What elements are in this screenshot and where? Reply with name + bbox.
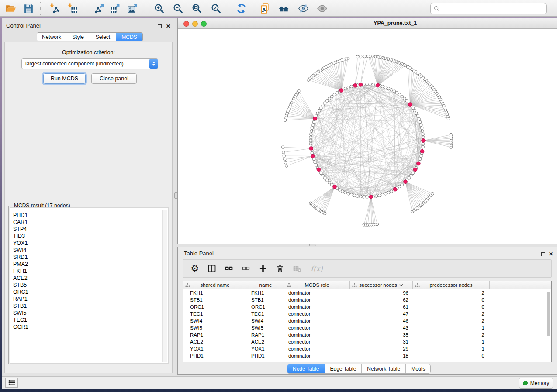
delete-column-button[interactable] xyxy=(275,264,285,273)
table-scrollbar[interactable] xyxy=(546,290,551,361)
table-header-row: shared name name MCDS role successor nod… xyxy=(183,281,551,289)
task-history-button[interactable] xyxy=(5,378,18,388)
table-scrollbar-thumb[interactable] xyxy=(547,292,550,336)
create-column-button[interactable] xyxy=(258,264,268,273)
tab-network[interactable]: Network xyxy=(37,33,66,41)
mcds-result-item[interactable]: RAP1 xyxy=(13,296,168,303)
export-table-button[interactable] xyxy=(109,2,121,14)
open-folder-icon xyxy=(5,3,16,14)
save-session-button[interactable] xyxy=(22,2,35,14)
network-window-titlebar[interactable]: YPA_prune.txt_1 xyxy=(178,18,557,29)
table-row[interactable]: PHD1PHD1dominator180 xyxy=(183,352,551,359)
table-panel-close-button[interactable]: ✕ xyxy=(549,250,553,258)
mcds-result-item[interactable]: CAR1 xyxy=(13,219,168,226)
column-header-successor-nodes[interactable]: successor nodes xyxy=(350,281,413,289)
import-network-button[interactable] xyxy=(48,2,61,14)
open-session-button[interactable] xyxy=(4,2,17,14)
table-cell: 96 xyxy=(350,290,413,296)
tab-motifs[interactable]: Motifs xyxy=(406,364,430,373)
vertical-splitter-grip[interactable] xyxy=(174,192,177,199)
mcds-result-item[interactable]: STP4 xyxy=(13,226,168,233)
close-panel-button[interactable]: Close panel xyxy=(91,73,137,84)
mcds-result-item[interactable]: SWI4 xyxy=(13,247,168,254)
mcds-result-item[interactable]: FKH1 xyxy=(13,268,168,275)
minimize-traffic-light[interactable] xyxy=(192,21,198,27)
show-eye-icon xyxy=(317,3,328,14)
mcds-list-scrollbar[interactable] xyxy=(162,210,167,362)
tab-node-table[interactable]: Node Table xyxy=(287,364,325,373)
mcds-result-item[interactable]: PMA2 xyxy=(13,261,168,268)
table-row[interactable]: ACE2ACE2connector311 xyxy=(183,338,551,345)
export-image-button[interactable] xyxy=(126,2,138,14)
column-header-filler xyxy=(490,281,551,289)
tab-network-table[interactable]: Network Table xyxy=(362,364,406,373)
deselect-all-button[interactable] xyxy=(241,264,251,273)
zoom-selected-button[interactable] xyxy=(210,2,222,14)
table-cell: 2 xyxy=(413,311,490,316)
show-columns-button[interactable] xyxy=(207,264,217,273)
mcds-result-item[interactable]: SWI5 xyxy=(13,309,168,316)
save-floppy-icon xyxy=(23,3,34,14)
table-cell: PHD1 xyxy=(247,353,284,358)
export-image-icon xyxy=(127,3,138,14)
mcds-result-item[interactable]: STB1 xyxy=(13,303,168,309)
mcds-result-item[interactable]: TID3 xyxy=(13,233,168,240)
column-header-predecessor-nodes[interactable]: predecessor nodes xyxy=(413,281,490,289)
hide-selected-button[interactable] xyxy=(297,2,309,14)
mcds-result-item[interactable]: SRD1 xyxy=(13,254,168,261)
mcds-result-item[interactable]: STB5 xyxy=(13,282,168,289)
tab-select[interactable]: Select xyxy=(90,33,116,41)
tab-style[interactable]: Style xyxy=(66,33,90,41)
column-header-name[interactable]: name xyxy=(247,281,284,289)
mcds-result-item[interactable]: ORC1 xyxy=(13,289,168,296)
zoom-out-button[interactable] xyxy=(172,2,184,14)
table-row[interactable]: FKH1FKH1dominator962 xyxy=(183,289,551,296)
gear-icon: ⚙ xyxy=(191,264,199,273)
mcds-result-item[interactable]: TEC1 xyxy=(13,316,168,323)
table-settings-button[interactable]: ⚙ xyxy=(190,264,200,273)
import-table-button[interactable] xyxy=(66,2,79,14)
mcds-result-item[interactable]: ACE2 xyxy=(13,275,168,282)
table-cell: FKH1 xyxy=(183,290,247,296)
first-neighbors-button[interactable] xyxy=(277,2,290,14)
table-row[interactable]: TEC1TEC1connector472 xyxy=(183,310,551,317)
network-canvas[interactable] xyxy=(178,29,557,244)
function-builder-button-disabled[interactable]: f(x) xyxy=(309,264,324,273)
table-row[interactable]: SWI4SWI4dominator462 xyxy=(183,317,551,324)
column-label: predecessor nodes xyxy=(430,282,473,288)
tab-mcds[interactable]: MCDS xyxy=(116,33,142,41)
optimization-criterion-select[interactable]: largest connected component (undirected) xyxy=(21,58,158,69)
close-traffic-light[interactable] xyxy=(183,21,189,27)
select-all-button[interactable] xyxy=(224,264,234,273)
table-row[interactable]: YOX1YOX1connector291 xyxy=(183,345,551,352)
table-panel-float-button[interactable] xyxy=(541,250,545,258)
table-row[interactable]: ORC1ORC1dominator610 xyxy=(183,303,551,310)
node-table: shared name name MCDS role successor nod… xyxy=(183,281,552,362)
horizontal-splitter-grip[interactable] xyxy=(309,244,316,246)
search-input[interactable] xyxy=(440,4,546,13)
clone-network-button[interactable] xyxy=(259,2,271,14)
control-panel-close-button[interactable]: ✕ xyxy=(166,22,170,30)
delete-table-button-disabled[interactable] xyxy=(292,264,302,273)
table-row[interactable]: RAP1RAP1dominator352 xyxy=(183,331,551,338)
column-header-shared-name[interactable]: shared name xyxy=(183,281,247,289)
mcds-result-item[interactable]: GCR1 xyxy=(13,323,168,330)
mcds-result-list[interactable]: PHD1CAR1STP4TID3YOX1SWI4SRD1PMA2FKH1ACE2… xyxy=(10,207,169,364)
refresh-layout-button[interactable] xyxy=(235,2,247,14)
zoom-in-button[interactable] xyxy=(153,2,165,14)
search-field[interactable] xyxy=(430,3,547,14)
tab-edge-table[interactable]: Edge Table xyxy=(325,364,362,373)
show-all-button[interactable] xyxy=(316,2,328,14)
export-network-button[interactable] xyxy=(93,2,105,14)
run-mcds-button[interactable]: Run MCDS xyxy=(43,73,86,84)
column-header-mcds-role[interactable]: MCDS role xyxy=(284,281,350,289)
control-panel-float-button[interactable] xyxy=(158,22,162,30)
table-row[interactable]: SWI5SWI5connector431 xyxy=(183,324,551,331)
mcds-result-item[interactable]: YOX1 xyxy=(13,240,168,247)
maximize-traffic-light[interactable] xyxy=(201,21,207,27)
application-window: Control Panel ✕ Network Style Select MCD… xyxy=(0,0,557,392)
memory-button[interactable]: Memory xyxy=(519,378,553,389)
mcds-result-item[interactable]: PHD1 xyxy=(13,212,168,219)
zoom-fit-button[interactable] xyxy=(190,2,203,14)
table-row[interactable]: STB1STB1dominator620 xyxy=(183,296,551,303)
